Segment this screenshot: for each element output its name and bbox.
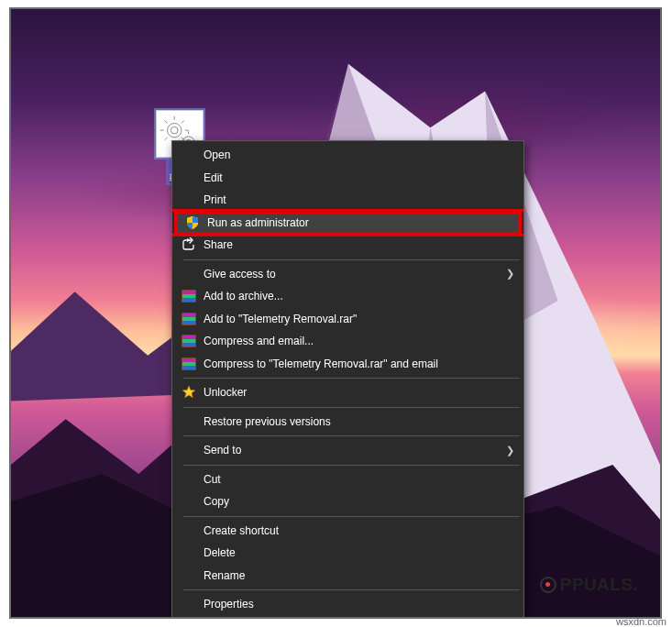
menu-rename[interactable]: Rename (174, 565, 522, 588)
menu-separator (183, 378, 520, 379)
submenu-chevron-icon: ❯ (501, 268, 514, 280)
menu-separator (183, 259, 520, 260)
menu-delete[interactable]: Delete (174, 542, 522, 565)
winrar-icon (176, 313, 202, 325)
menu-print[interactable]: Print (174, 189, 522, 212)
menu-share[interactable]: Share (174, 234, 522, 257)
menu-separator (183, 516, 520, 517)
source-watermark: wsxdn.com (616, 616, 666, 627)
context-menu: Open Edit Print Run as administrator (171, 140, 524, 619)
menu-add-to-archive[interactable]: Add to archive... (174, 285, 522, 308)
menu-run-as-administrator[interactable]: Run as administrator (174, 212, 522, 235)
submenu-chevron-icon: ❯ (501, 445, 514, 456)
winrar-icon (176, 335, 202, 347)
winrar-icon (176, 358, 202, 370)
menu-compress-named-and-email[interactable]: Compress to "Telemetry Removal.rar" and … (174, 353, 522, 376)
menu-properties[interactable]: Properties (174, 593, 522, 616)
uac-shield-icon (180, 215, 205, 230)
menu-separator (183, 589, 520, 590)
menu-give-access-to[interactable]: Give access to ❯ (174, 263, 522, 286)
menu-create-shortcut[interactable]: Create shortcut (174, 520, 522, 543)
menu-copy[interactable]: Copy (174, 490, 522, 513)
winrar-icon (176, 290, 202, 302)
menu-separator (183, 407, 520, 408)
menu-cut[interactable]: Cut (174, 468, 522, 491)
menu-unlocker[interactable]: Unlocker (174, 381, 522, 404)
menu-compress-and-email[interactable]: Compress and email... (174, 330, 522, 353)
menu-restore-previous-versions[interactable]: Restore previous versions (174, 411, 522, 434)
logo-text: PPUALS. (560, 575, 638, 595)
menu-add-to-named-rar[interactable]: Add to "Telemetry Removal.rar" (174, 308, 522, 331)
unlocker-star-icon (176, 385, 202, 400)
menu-send-to[interactable]: Send to ❯ (174, 439, 522, 462)
logo-mark-icon (540, 577, 556, 593)
menu-separator (183, 435, 520, 436)
share-icon (176, 237, 202, 252)
menu-open[interactable]: Open (174, 144, 522, 167)
appuals-logo: PPUALS. (540, 575, 638, 595)
menu-edit[interactable]: Edit (174, 167, 522, 190)
menu-separator (183, 465, 520, 466)
screenshot-frame: Tel Rem Open Edit Print (9, 7, 662, 619)
